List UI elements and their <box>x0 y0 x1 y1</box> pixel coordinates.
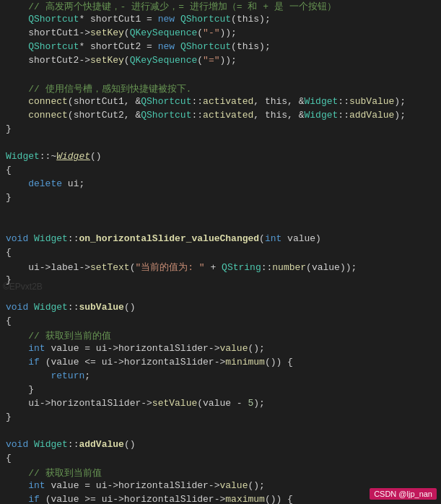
token-plain: (value >= ui->horizontalSlider-> <box>40 494 225 504</box>
token-plain: value = ui->horizontalSlider-> <box>45 343 220 354</box>
token-fn: connect <box>28 110 68 121</box>
line-content: void Widget::on_horizontalSlider_valueCh… <box>6 233 441 244</box>
token-fn: value <box>219 343 248 354</box>
token-plain: (value <= ui->horizontalSlider-> <box>40 357 225 368</box>
token-kw: new <box>158 14 175 25</box>
token-cls: QShortcut <box>180 41 231 52</box>
token-cls: QShortcut <box>28 14 79 25</box>
code-line: // 获取到当前值 <box>0 466 441 480</box>
code-line: Widget::~Widget() <box>0 151 441 165</box>
token-cls: QKeySequence <box>130 55 198 66</box>
code-line <box>0 220 441 233</box>
token-kw: delete <box>28 178 62 189</box>
token-fn: setText <box>90 262 130 273</box>
token-plain: ); <box>394 110 406 121</box>
line-content: { <box>6 165 441 175</box>
token-plain: () <box>124 439 136 450</box>
token-plain <box>28 302 34 313</box>
token-plain: (shortCut2, & <box>68 110 141 121</box>
code-line <box>0 206 441 220</box>
token-plain <box>6 343 28 354</box>
token-plain: * shortCut1 = <box>79 14 157 25</box>
token-plain: ( <box>259 233 265 244</box>
token-cls: Widget <box>6 151 40 162</box>
code-line: delete ui; <box>0 178 441 192</box>
token-kw: int <box>28 480 45 491</box>
line-content: { <box>6 453 441 464</box>
token-plain <box>6 370 51 381</box>
token-plain: :: <box>68 233 79 244</box>
token-cm: // 获取到当前值 <box>6 468 102 479</box>
code-line: return; <box>0 370 441 384</box>
token-fn: setKey <box>90 55 124 66</box>
token-plain: (shortCut1, & <box>68 96 141 107</box>
token-plain: (value)); <box>306 262 357 273</box>
token-fn: setValue <box>152 398 197 409</box>
token-plain: { <box>6 165 12 175</box>
token-plain: value = ui->horizontalSlider-> <box>45 480 220 491</box>
token-cls: QString <box>222 262 261 273</box>
token-plain: ()) { <box>265 494 293 504</box>
token-plain: ui->horizontalSlider-> <box>6 398 152 409</box>
line-content: connect(shortCut1, &QShortcut::activated… <box>6 96 441 107</box>
line-content: { <box>6 247 441 258</box>
token-plain: ; <box>84 370 90 381</box>
token-kw: if <box>28 357 40 368</box>
line-content: void Widget::addValue() <box>6 439 441 450</box>
token-str: "-" <box>203 27 219 38</box>
token-plain: ( <box>197 55 203 66</box>
token-fn: addValue <box>79 439 123 450</box>
line-content: ui->horizontalSlider->setValue(value - 5… <box>6 398 441 409</box>
token-plain: ui->label-> <box>6 262 90 273</box>
code-line: { <box>0 453 441 466</box>
line-content: { <box>6 316 441 326</box>
token-kw: void <box>6 233 28 244</box>
code-line <box>0 425 441 439</box>
line-content: shortCut2->setKey(QKeySequence("=")); <box>6 55 441 66</box>
token-plain <box>6 178 28 189</box>
token-fn: connect <box>28 96 68 107</box>
token-plain: :: <box>68 439 79 450</box>
token-kw: if <box>28 494 40 504</box>
line-content: return; <box>6 370 441 381</box>
csdn-badge: CSDN @ljp_nan <box>370 488 437 500</box>
token-plain: ); <box>253 398 265 409</box>
token-plain: (); <box>248 480 264 491</box>
token-plain <box>175 14 180 25</box>
token-plain: } <box>6 192 12 203</box>
token-str: "=" <box>203 55 219 66</box>
token-plain: , this, & <box>253 96 304 107</box>
line-content: connect(shortCut2, &QShortcut::activated… <box>6 110 441 121</box>
token-plain: () <box>90 151 102 162</box>
code-line: { <box>0 247 441 261</box>
token-plain <box>6 41 28 52</box>
token-fn: minimum <box>225 357 265 368</box>
token-plain: } <box>6 274 12 285</box>
token-cls: QShortcut <box>28 41 79 52</box>
token-plain: :: <box>68 302 79 313</box>
code-line: int value = ui->horizontalSlider->value(… <box>0 343 441 357</box>
token-kw: int <box>265 233 281 244</box>
token-fn: number <box>272 262 306 273</box>
code-line: // 使用信号槽，感知到快捷键被按下. <box>0 82 441 96</box>
token-fn: Widget <box>56 151 90 162</box>
line-content: // 使用信号槽，感知到快捷键被按下. <box>6 82 441 95</box>
code-line: } <box>0 274 441 288</box>
code-line: // 获取到当前的值 <box>0 329 441 343</box>
token-kw: return <box>51 370 84 381</box>
token-plain <box>6 14 28 25</box>
token-plain: )); <box>220 55 237 66</box>
code-line: { <box>0 165 441 178</box>
token-cm: // 高发两个快捷键，- 进行减少，= 进行增加（= 和 + 是 一个按钮） <box>6 1 336 12</box>
line-content: // 获取到当前值 <box>6 466 441 479</box>
token-fn: addValue <box>349 110 394 121</box>
token-plain: shortCut2-> <box>6 55 90 66</box>
token-plain <box>6 494 28 504</box>
token-plain: } <box>6 384 34 395</box>
line-content: } <box>6 192 441 203</box>
token-plain: ( <box>124 27 130 38</box>
code-line: { <box>0 316 441 329</box>
token-plain: ); <box>394 96 406 107</box>
line-content: QShortcut* shortCut1 = new QShortcut(thi… <box>6 14 441 25</box>
line-content: ui->label->setText("当前的值为: " + QString::… <box>6 261 441 274</box>
